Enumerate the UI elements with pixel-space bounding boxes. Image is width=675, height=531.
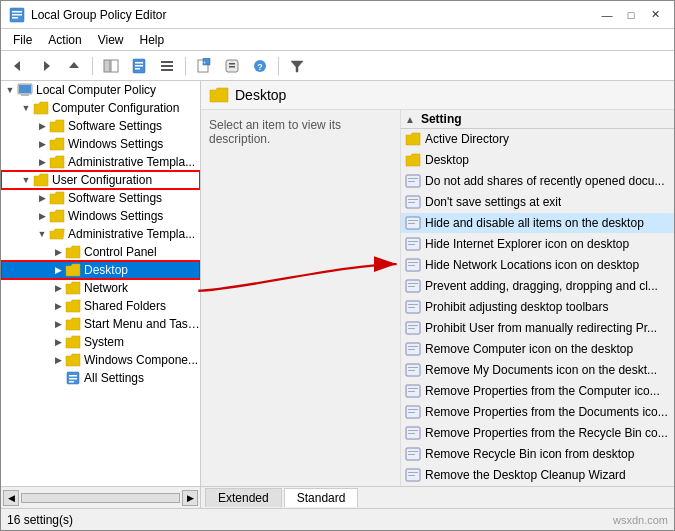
tree-item-windows-settings-cc[interactable]: ▶ Windows Settings: [1, 135, 200, 153]
svg-rect-29: [69, 375, 77, 377]
setting-icon: [405, 362, 421, 378]
setting-row-remove-prop-recycle[interactable]: Remove Properties from the Recycle Bin c…: [401, 423, 674, 444]
tree-item-computer-config[interactable]: ▼ Computer Configuration: [1, 99, 200, 117]
tree-item-network[interactable]: ▶ Network: [1, 279, 200, 297]
setting-row-hide-network[interactable]: Hide Network Locations icon on desktop: [401, 255, 674, 276]
setting-row-remove-mydocs[interactable]: Remove My Documents icon on the deskt...: [401, 360, 674, 381]
folder-icon: [33, 172, 49, 188]
tree-scroll-left[interactable]: ◀: [3, 490, 19, 506]
setting-row-prohibit-adjust[interactable]: Prohibit adjusting desktop toolbars: [401, 297, 674, 318]
tree-item-admin-templates-uc[interactable]: ▼ Administrative Templa...: [1, 225, 200, 243]
setting-row-active-directory[interactable]: Active Directory: [401, 129, 674, 150]
setting-row-remove-computer[interactable]: Remove Computer icon on the desktop: [401, 339, 674, 360]
menu-bar: File Action View Help: [1, 29, 674, 51]
watermark: wsxdn.com: [613, 514, 668, 526]
folder-icon: [49, 136, 65, 152]
setting-label-hide-ie: Hide Internet Explorer icon on desktop: [425, 237, 629, 251]
sort-up-icon[interactable]: ▲: [405, 114, 415, 125]
tree-label-local-policy: Local Computer Policy: [36, 83, 156, 97]
setting-row-prevent-adding[interactable]: Prevent adding, dragging, dropping and c…: [401, 276, 674, 297]
description-text: Select an item to view its description.: [209, 118, 341, 146]
setting-icon: [405, 467, 421, 483]
toolbar-filter-button[interactable]: [284, 54, 310, 78]
tree-item-windows-settings-uc[interactable]: ▶ Windows Settings: [1, 207, 200, 225]
tree-item-software-settings-cc[interactable]: ▶ Software Settings: [1, 117, 200, 135]
svg-text:?: ?: [257, 62, 263, 72]
setting-row-no-shares[interactable]: Do not add shares of recently opened doc…: [401, 171, 674, 192]
tree-item-admin-templates-cc[interactable]: ▶ Administrative Templa...: [1, 153, 200, 171]
svg-marker-5: [44, 61, 50, 71]
tree-item-shared-folders[interactable]: ▶ Shared Folders: [1, 297, 200, 315]
toolbar-forward-button[interactable]: [33, 54, 59, 78]
svg-rect-34: [408, 181, 415, 182]
tree-label-windows-settings-uc: Windows Settings: [68, 209, 163, 223]
tree-item-control-panel[interactable]: ▶ Control Panel: [1, 243, 200, 261]
menu-view[interactable]: View: [90, 31, 132, 49]
toolbar-separator-1: [92, 57, 93, 75]
svg-text:+: +: [203, 58, 206, 64]
expand-icon: ▼: [35, 227, 49, 241]
setting-label-dont-save: Don't save settings at exit: [425, 195, 561, 209]
bottom-scroll-area: ◀ ▶ Extended Standard: [1, 486, 674, 508]
expand-icon: ▶: [51, 317, 65, 331]
toolbar-show-hide-button[interactable]: [98, 54, 124, 78]
setting-row-hide-disable[interactable]: Hide and disable all items on the deskto…: [401, 213, 674, 234]
setting-row-remove-prop-docs[interactable]: Remove Properties from the Documents ico…: [401, 402, 674, 423]
expand-icon: ▶: [35, 137, 49, 151]
status-bar: 16 setting(s) wsxdn.com: [1, 508, 674, 530]
setting-row-hide-ie[interactable]: Hide Internet Explorer icon on desktop: [401, 234, 674, 255]
setting-row-remove-cleanup[interactable]: Remove the Desktop Cleanup Wizard: [401, 465, 674, 486]
expand-icon: ▶: [51, 281, 65, 295]
menu-file[interactable]: File: [5, 31, 40, 49]
toolbar-policy-button[interactable]: [126, 54, 152, 78]
tree-item-desktop[interactable]: ▶ Desktop: [1, 261, 200, 279]
setting-icon: [405, 404, 421, 420]
toolbar-back-button[interactable]: [5, 54, 31, 78]
settings-list-panel: ▲ Setting Active Directory: [401, 110, 674, 486]
tab-standard[interactable]: Standard: [284, 488, 359, 507]
tree-item-start-menu[interactable]: ▶ Start Menu and Task...: [1, 315, 200, 333]
tree-label-software-settings-uc: Software Settings: [68, 191, 162, 205]
tree-item-software-settings-uc[interactable]: ▶ Software Settings: [1, 189, 200, 207]
setting-row-remove-recycle[interactable]: Remove Recycle Bin icon from desktop: [401, 444, 674, 465]
expand-icon: ▼: [19, 101, 33, 115]
svg-rect-52: [408, 307, 415, 308]
svg-rect-20: [229, 63, 235, 65]
toolbar-list-button[interactable]: [154, 54, 180, 78]
svg-rect-58: [408, 349, 415, 350]
expand-icon: ▶: [51, 335, 65, 349]
toolbar-properties-button[interactable]: [219, 54, 245, 78]
tree-label-admin-templates-uc: Administrative Templa...: [68, 227, 195, 241]
all-settings-icon: [65, 370, 81, 386]
maximize-button[interactable]: □: [620, 6, 642, 24]
close-button[interactable]: ✕: [644, 6, 666, 24]
tree-item-windows-components[interactable]: ▶ Windows Compone...: [1, 351, 200, 369]
tree-scroll-thumb[interactable]: [21, 493, 180, 503]
tree-item-local-policy[interactable]: ▼ Local Computer Policy: [1, 81, 200, 99]
svg-rect-70: [408, 433, 415, 434]
tabs-container: Extended Standard: [201, 488, 674, 507]
expand-icon: ▼: [3, 83, 17, 97]
toolbar-new-button[interactable]: +: [191, 54, 217, 78]
svg-rect-11: [135, 65, 143, 67]
title-bar: Local Group Policy Editor — □ ✕: [1, 1, 674, 29]
setting-row-dont-save[interactable]: Don't save settings at exit: [401, 192, 674, 213]
setting-icon: [405, 299, 421, 315]
svg-rect-14: [161, 65, 173, 67]
menu-action[interactable]: Action: [40, 31, 89, 49]
toolbar-help-button[interactable]: ?: [247, 54, 273, 78]
tree-item-user-config[interactable]: ▼ User Configuration: [1, 171, 200, 189]
status-text: 16 setting(s): [7, 513, 73, 527]
toolbar-up-button[interactable]: [61, 54, 87, 78]
menu-help[interactable]: Help: [132, 31, 173, 49]
setting-icon: [405, 383, 421, 399]
setting-row-remove-prop-computer[interactable]: Remove Properties from the Computer ico.…: [401, 381, 674, 402]
tree-item-all-settings[interactable]: ▶ All Settings: [1, 369, 200, 387]
minimize-button[interactable]: —: [596, 6, 618, 24]
setting-label-desktop: Desktop: [425, 153, 469, 167]
tree-item-system[interactable]: ▶ System: [1, 333, 200, 351]
setting-row-prohibit-user[interactable]: Prohibit User from manually redirecting …: [401, 318, 674, 339]
setting-row-desktop[interactable]: Desktop: [401, 150, 674, 171]
tab-extended[interactable]: Extended: [205, 488, 282, 507]
tree-scroll-right[interactable]: ▶: [182, 490, 198, 506]
